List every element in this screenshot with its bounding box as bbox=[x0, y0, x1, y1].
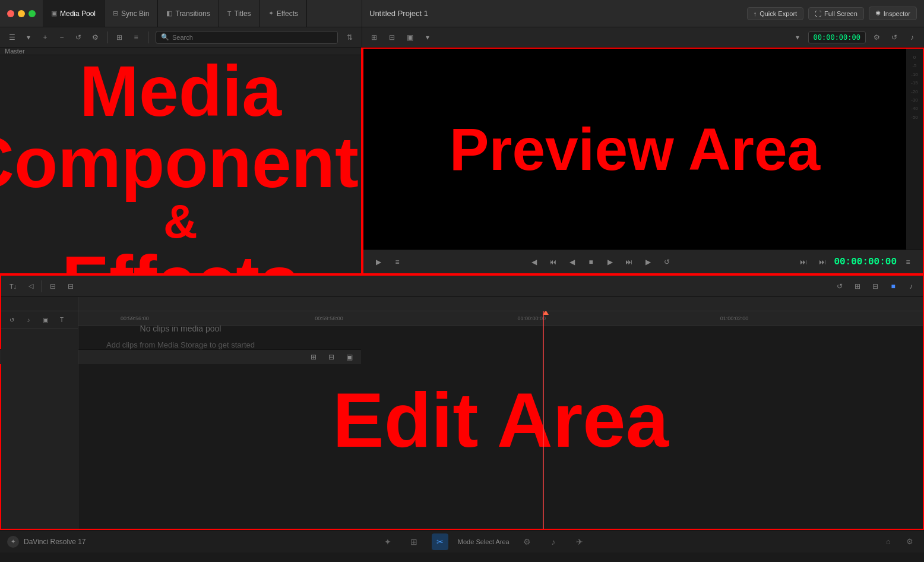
full-screen-icon: ⛶ bbox=[815, 10, 821, 17]
inner-label-1: 00:59:56:00 bbox=[121, 315, 149, 321]
audio-btn[interactable]: ♪ bbox=[905, 30, 919, 45]
media-tabs: ▣ Media Pool ⊟ Sync Bin ◧ Transitions T … bbox=[43, 0, 362, 27]
loop-btn[interactable]: ↺ bbox=[887, 30, 901, 45]
media-pool-icon: ▣ bbox=[51, 10, 57, 17]
play-mode-btn[interactable]: ▶ bbox=[371, 254, 386, 270]
tab-media-pool[interactable]: ▣ Media Pool bbox=[43, 0, 105, 27]
audio-meter: 0 -5 -10 -15 -20 -30 -40 -50 bbox=[906, 49, 923, 250]
mode-cut[interactable]: ⊞ bbox=[406, 533, 422, 550]
bottom-left: ✦ DaVinci Resolve 17 bbox=[7, 536, 86, 548]
step-back-btn[interactable]: ◀ bbox=[564, 254, 580, 270]
next-edit-btn[interactable]: ⏭ bbox=[815, 254, 830, 270]
separator-3 bbox=[42, 280, 42, 292]
meter-40: -40 bbox=[911, 105, 918, 113]
stop-btn[interactable]: ■ bbox=[583, 254, 599, 270]
logo-icon: ✦ bbox=[11, 538, 15, 545]
list-view-btn[interactable]: ▾ bbox=[21, 30, 36, 45]
meter-5: -5 bbox=[912, 62, 916, 70]
app-name-label: DaVinci Resolve 17 bbox=[24, 538, 86, 546]
inner-ruler: 00:59:56:00 00:59:58:00 01:00:00:00 01:0… bbox=[78, 311, 923, 326]
close-button[interactable] bbox=[7, 10, 14, 17]
more-options-btn[interactable]: ≡ bbox=[900, 254, 916, 270]
audio-mute-btn[interactable]: ♪ bbox=[904, 279, 918, 293]
grid-btn[interactable]: ⊞ bbox=[112, 30, 126, 45]
minimize-button[interactable] bbox=[18, 10, 25, 17]
mode-fairlight[interactable]: ♪ bbox=[545, 533, 562, 550]
preview-video: Preview Area bbox=[363, 49, 906, 250]
fast-forward-btn[interactable]: ⏭ bbox=[621, 254, 637, 270]
inner-label-3: 01:00:00:00 bbox=[517, 315, 546, 321]
tab-sync-bin[interactable]: ⊟ Sync Bin bbox=[105, 0, 158, 27]
inspector-button[interactable]: ✱ Inspector bbox=[869, 7, 917, 20]
home-btn[interactable]: ⌂ bbox=[881, 535, 895, 549]
inspector-label: Inspector bbox=[884, 10, 910, 17]
subtitle-track-btn[interactable]: T bbox=[55, 313, 69, 327]
tab-titles[interactable]: T Titles bbox=[219, 0, 260, 27]
timeline-audio-tool[interactable]: ◁ bbox=[24, 279, 38, 293]
list-btn[interactable]: ≡ bbox=[129, 30, 143, 45]
dropdown-btn[interactable]: ▾ bbox=[420, 30, 435, 45]
play-btn[interactable]: ▶ bbox=[602, 254, 618, 270]
full-screen-button[interactable]: ⛶ Full Screen bbox=[808, 7, 864, 20]
loop-toggle-btn[interactable]: ↺ bbox=[659, 254, 675, 270]
sync-btn[interactable]: ↺ bbox=[71, 30, 86, 45]
mode-select-label: Mode Select Area bbox=[458, 538, 510, 545]
top-right-actions: ↑ Quick Export ⛶ Full Screen ✱ Inspector bbox=[747, 7, 917, 20]
separator-2 bbox=[148, 31, 148, 43]
tab-media-pool-label: Media Pool bbox=[60, 10, 96, 18]
search-box[interactable]: 🔍 bbox=[156, 31, 338, 44]
add-clip-btn[interactable]: + bbox=[38, 30, 52, 45]
video-track-btn[interactable]: ▣ bbox=[38, 313, 52, 327]
playhead-line bbox=[543, 311, 544, 529]
project-title: Untitled Project 1 bbox=[369, 9, 428, 18]
remove-clip-btn[interactable]: − bbox=[55, 30, 69, 45]
inspector-icon: ✱ bbox=[875, 10, 881, 17]
mode-edit[interactable]: ✂ bbox=[432, 533, 448, 550]
left-panel: Master Media Components & Effects No cli… bbox=[0, 48, 362, 274]
jkl-mode-btn[interactable]: ≡ bbox=[390, 254, 405, 270]
prev-frame-btn[interactable]: ◀ bbox=[526, 254, 542, 270]
tab-sync-bin-label: Sync Bin bbox=[121, 10, 149, 18]
timeline-body: ↺ ♪ ▣ T 00:59:56:00 00:59:58:00 01:00:00… bbox=[1, 311, 923, 529]
cinema-view-btn[interactable]: ▣ bbox=[403, 30, 417, 45]
preview-secondary-toolbar: ⊞ ⊟ ▣ ▾ ▾ 00:00:00:00 ⚙ ↺ ♪ bbox=[362, 27, 924, 47]
sync-lock-btn[interactable]: ↺ bbox=[5, 313, 19, 327]
toggle-view-btn[interactable]: ☰ bbox=[5, 30, 19, 45]
quick-export-button[interactable]: ↑ Quick Export bbox=[747, 7, 803, 20]
transport-timecode: 00:00:00:00 bbox=[834, 257, 897, 267]
traffic-lights bbox=[0, 10, 43, 17]
timecode-options-btn[interactable]: ⚙ bbox=[869, 30, 884, 45]
color-btn[interactable]: ■ bbox=[886, 279, 900, 293]
filter-btn[interactable]: ⇅ bbox=[343, 30, 357, 45]
timeline-view-btn[interactable]: ⊟ bbox=[385, 30, 399, 45]
mode-deliver[interactable]: ✈ bbox=[571, 533, 588, 550]
flag-btn[interactable]: ⊟ bbox=[868, 279, 882, 293]
track-list bbox=[1, 329, 78, 529]
tab-transitions[interactable]: ◧ Transitions bbox=[158, 0, 219, 27]
insert-btn[interactable]: ⊟ bbox=[46, 279, 60, 293]
mode-media[interactable]: ✦ bbox=[379, 533, 396, 550]
overwrite-btn[interactable]: ⊟ bbox=[64, 279, 78, 293]
timeline-text-tool[interactable]: T↓ bbox=[6, 279, 20, 293]
master-label: Master bbox=[5, 48, 25, 55]
left-secondary-toolbar: ☰ ▾ + − ↺ ⚙ ⊞ ≡ 🔍 ⇅ bbox=[0, 27, 362, 48]
search-input[interactable] bbox=[172, 34, 333, 41]
snap-btn[interactable]: ↺ bbox=[833, 279, 847, 293]
step-forward-btn[interactable]: ▶ bbox=[640, 254, 656, 270]
tab-effects-label: Effects bbox=[277, 10, 298, 18]
app-logo: ✦ bbox=[7, 536, 19, 548]
preview-panel: Preview Area 0 -5 -10 -15 -20 -30 -40 -5… bbox=[362, 48, 924, 274]
link-btn[interactable]: ⊞ bbox=[850, 279, 865, 293]
rewind-btn[interactable]: ⏮ bbox=[545, 254, 561, 270]
monitor-dropdown-btn[interactable]: ▾ bbox=[790, 30, 805, 45]
source-view-btn[interactable]: ⊞ bbox=[367, 30, 381, 45]
audio-track-btn[interactable]: ♪ bbox=[21, 313, 36, 327]
skip-end-btn[interactable]: ⏭ bbox=[796, 254, 811, 270]
tab-effects[interactable]: ✦ Effects bbox=[260, 0, 307, 27]
maximize-button[interactable] bbox=[29, 10, 36, 17]
settings-btn[interactable]: ⚙ bbox=[903, 535, 917, 549]
settings-clip-btn[interactable]: ⚙ bbox=[88, 30, 102, 45]
full-screen-label: Full Screen bbox=[824, 10, 857, 17]
track-controls: ↺ ♪ ▣ T bbox=[1, 311, 78, 529]
mode-fusion[interactable]: ⚙ bbox=[519, 533, 536, 550]
